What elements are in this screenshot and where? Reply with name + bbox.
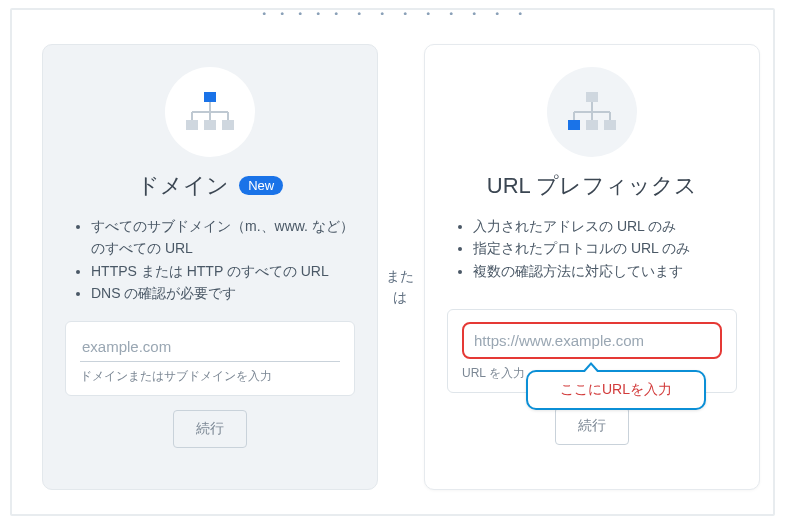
annotation-callout-text: ここにURLを入力 [560,381,672,399]
partial-header-text: ・・・・・ ・ ・ ・ ・ ・ ・ ・ ・ [12,8,773,26]
list-item: すべてのサブドメイン（m.、www. など）のすべての URL [91,215,355,260]
url-prefix-hierarchy-icon [547,67,637,157]
list-item: 指定されたプロトコルの URL のみ [473,237,737,259]
url-prefix-card[interactable]: URL プレフィックス 入力されたアドレスの URL のみ 指定されたプロトコル… [424,44,760,490]
domain-input-box: ドメインまたはサブドメインを入力 [65,321,355,396]
svg-rect-7 [204,120,216,130]
list-item: 入力されたアドレスの URL のみ [473,215,737,237]
list-item: 複数の確認方法に対応しています [473,260,737,282]
svg-rect-6 [186,120,198,130]
domain-input[interactable] [80,334,340,362]
domain-card[interactable]: ドメイン New すべてのサブドメイン（m.、www. など）のすべての URL… [42,44,378,490]
domain-feature-list: すべてのサブドメイン（m.、www. など）のすべての URL HTTPS また… [65,215,355,305]
new-badge: New [239,176,283,195]
url-prefix-feature-list: 入力されたアドレスの URL のみ 指定されたプロトコルの URL のみ 複数の… [447,215,737,293]
svg-rect-16 [586,120,598,130]
svg-rect-9 [586,92,598,102]
svg-rect-8 [222,120,234,130]
list-item: DNS の確認が必要です [91,282,355,304]
url-prefix-continue-button[interactable]: 続行 [555,407,629,445]
domain-card-title: ドメイン [137,171,229,201]
url-prefix-input[interactable] [462,322,722,359]
content-frame: ・・・・・ ・ ・ ・ ・ ・ ・ ・ ・ または ドメイン New すべてのサ… [10,8,775,516]
annotation-callout: ここにURLを入力 [526,370,706,410]
svg-rect-15 [568,120,580,130]
or-separator: または [382,266,418,308]
domain-input-help: ドメインまたはサブドメインを入力 [80,368,340,385]
svg-rect-0 [204,92,216,102]
url-prefix-card-title: URL プレフィックス [487,171,697,201]
svg-rect-17 [604,120,616,130]
domain-continue-button[interactable]: 続行 [173,410,247,448]
list-item: HTTPS または HTTP のすべての URL [91,260,355,282]
domain-hierarchy-icon [165,67,255,157]
